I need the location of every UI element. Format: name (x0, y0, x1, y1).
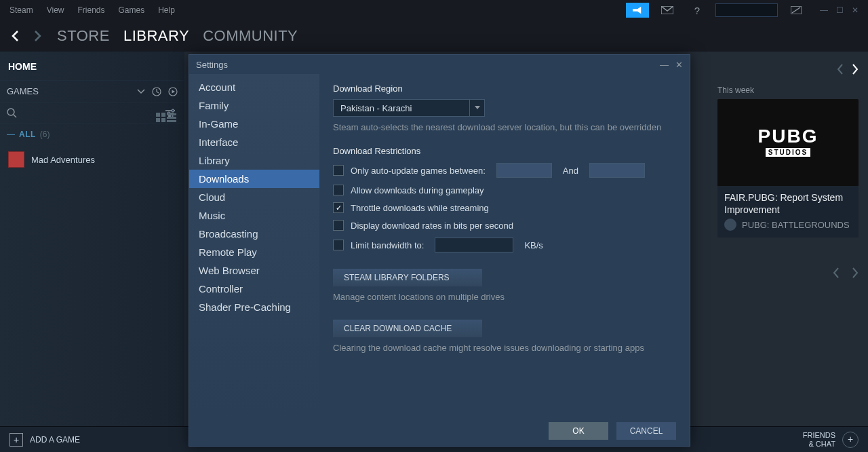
fullscreen-icon[interactable] (785, 3, 808, 18)
news-image: PUBG STUDIOS (717, 99, 859, 186)
nav-back-icon[interactable] (9, 30, 22, 42)
nav-family[interactable]: Family (189, 96, 319, 115)
bandwidth-input[interactable] (435, 238, 513, 252)
nav-store[interactable]: STORE (57, 27, 110, 45)
ok-button[interactable]: OK (549, 422, 608, 440)
pubg-logo-big: PUBG (758, 128, 818, 145)
close-icon[interactable]: ✕ (852, 5, 859, 15)
svg-rect-3 (161, 113, 165, 117)
games-header[interactable]: GAMES (0, 80, 184, 102)
throttle-stream-label: Throttle downloads while streaming (351, 203, 489, 213)
shelf-next-icon[interactable] (852, 267, 859, 278)
news-card[interactable]: PUBG STUDIOS FAIR.PUBG: Report System Im… (717, 99, 859, 238)
nav-remoteplay[interactable]: Remote Play (189, 243, 319, 261)
nav-cloud[interactable]: Cloud (189, 188, 319, 206)
svg-rect-7 (167, 117, 176, 119)
news-next-icon[interactable] (852, 64, 859, 75)
auto-update-checkbox[interactable] (333, 165, 344, 176)
list-view-icon[interactable] (167, 113, 176, 122)
category-name: ALL (19, 130, 36, 139)
time-from-input[interactable] (496, 163, 552, 178)
settings-content: Download Region Pakistan - Karachi Steam… (319, 74, 690, 416)
shelf-prev-icon[interactable] (833, 267, 840, 278)
play-icon[interactable] (168, 87, 178, 96)
pubg-logo-small: STUDIOS (766, 148, 810, 157)
add-game-button[interactable]: + ADD A GAME (9, 433, 80, 447)
nav-broadcasting[interactable]: Broadcasting (189, 225, 319, 243)
news-title: FAIR.PUBG: Report System Improvement (717, 186, 859, 219)
help-icon[interactable]: ? (686, 3, 709, 18)
nav-webbrowser[interactable]: Web Browser (189, 261, 319, 280)
throttle-stream-checkbox[interactable] (333, 202, 344, 213)
svg-rect-6 (167, 113, 176, 115)
announcement-icon[interactable] (626, 3, 649, 18)
chat-label: & CHAT (803, 440, 835, 448)
dropdown-caret-icon (469, 100, 484, 116)
sidebar-search-input[interactable] (17, 108, 165, 118)
minimize-icon[interactable]: — (820, 5, 828, 15)
grid-view-icon[interactable] (156, 113, 165, 122)
menubar: Steam View Friends Games Help ? — ☐ ✕ (0, 0, 868, 20)
clear-cache-button[interactable]: CLEAR DOWNLOAD CACHE (333, 320, 482, 337)
game-item[interactable]: Mad Adventures (0, 145, 184, 174)
game-icon (8, 151, 24, 168)
region-select[interactable]: Pakistan - Karachi (333, 99, 485, 117)
nav-account[interactable]: Account (189, 78, 319, 96)
game-name: Mad Adventures (31, 155, 95, 165)
bw-unit: KB/s (524, 240, 542, 250)
clock-icon[interactable] (152, 87, 161, 96)
restrictions-title: Download Restrictions (333, 146, 676, 156)
bits-rate-checkbox[interactable] (333, 220, 344, 231)
menu-help[interactable]: Help (158, 5, 175, 15)
nav-community[interactable]: COMMUNITY (203, 27, 298, 45)
news-week-label: This week (717, 86, 859, 95)
svg-rect-8 (167, 120, 176, 122)
cancel-button[interactable]: CANCEL (616, 422, 676, 440)
time-to-input[interactable] (589, 163, 645, 178)
dialog-title: Settings (196, 60, 228, 70)
chat-plus-icon: + (842, 432, 859, 448)
dialog-minimize-icon[interactable]: — (660, 60, 669, 70)
nav-downloads[interactable]: Downloads (189, 170, 319, 188)
nav-library[interactable]: LIBRARY (123, 27, 189, 45)
category-count: (6) (40, 130, 50, 139)
maximize-icon[interactable]: ☐ (836, 5, 844, 15)
news-prev-icon[interactable] (837, 64, 844, 75)
nav-forward-icon[interactable] (31, 30, 43, 42)
top-search-input[interactable] (715, 3, 778, 17)
mail-icon[interactable] (656, 3, 679, 18)
limit-bw-checkbox[interactable] (333, 240, 344, 250)
allow-gameplay-label: Allow downloads during gameplay (351, 185, 484, 195)
and-label: And (563, 166, 578, 176)
nav-controller[interactable]: Controller (189, 280, 319, 298)
allow-gameplay-checkbox[interactable] (333, 185, 344, 195)
nav-ingame[interactable]: In-Game (189, 115, 319, 133)
friends-label: FRIENDS (803, 431, 835, 439)
add-game-label: ADD A GAME (30, 435, 80, 445)
svg-point-11 (7, 109, 14, 115)
region-help: Steam auto-selects the nearest download … (333, 122, 676, 132)
menu-games[interactable]: Games (119, 5, 145, 15)
bits-rate-label: Display download rates in bits per secon… (351, 221, 513, 231)
dialog-close-icon[interactable]: ✕ (675, 60, 683, 70)
menu-steam[interactable]: Steam (9, 5, 33, 15)
nav-interface[interactable]: Interface (189, 133, 319, 151)
home-button[interactable]: HOME (7, 58, 178, 80)
download-region-title: Download Region (333, 83, 676, 94)
nav-music[interactable]: Music (189, 206, 319, 225)
menu-friends[interactable]: Friends (77, 5, 104, 15)
collapse-dash-icon: — (7, 130, 15, 139)
svg-rect-5 (161, 118, 165, 122)
navbar: STORE LIBRARY COMMUNITY (0, 20, 868, 52)
chevron-down-icon[interactable] (137, 89, 145, 94)
region-value: Pakistan - Karachi (334, 103, 469, 113)
search-icon (7, 108, 17, 118)
library-folders-button[interactable]: STEAM LIBRARY FOLDERS (333, 269, 482, 286)
nav-library[interactable]: Library (189, 151, 319, 170)
clear-cache-help: Clearing the download cache might resolv… (333, 343, 676, 353)
auto-update-label: Only auto-update games between: (351, 166, 486, 176)
menu-view[interactable]: View (47, 5, 64, 15)
category-all[interactable]: — ALL (6) (0, 124, 184, 145)
friends-chat-button[interactable]: FRIENDS & CHAT + (803, 431, 859, 447)
nav-shader[interactable]: Shader Pre-Caching (189, 298, 319, 316)
